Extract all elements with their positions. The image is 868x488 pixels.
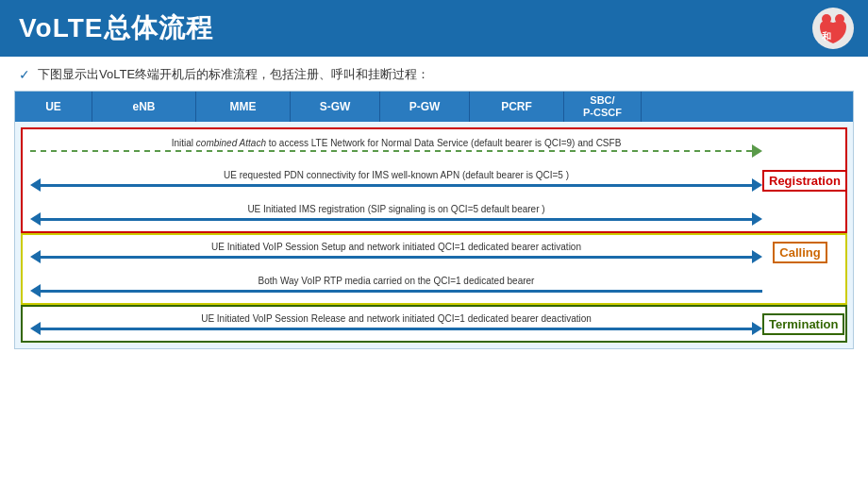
arrow-container-release: UE Initiated VoIP Session Release and ne…: [30, 311, 762, 336]
subtitle-text: 下图显示出VoLTE终端开机后的标准流程，包括注册、呼叫和挂断过程：: [38, 66, 429, 83]
arrow-container-rtp: Both Way VoIP RTP media carried on the Q…: [30, 274, 762, 298]
arrow-row-pdn: UE requested PDN connectivity for IMS we…: [23, 163, 845, 197]
termination-section: UE Initiated VoIP Session Release and ne…: [21, 305, 847, 343]
subtitle-bar: ✓ 下图显示出VoLTE终端开机后的标准流程，包括注册、呼叫和挂断过程：: [0, 57, 868, 91]
col-header-ue: UE: [15, 92, 92, 122]
column-headers-row: UE eNB MME S-GW P-GW PCRF SBC/P-CSCF: [15, 92, 853, 122]
arrow-container-attach: Initial combined Attach to access LTE Ne…: [30, 134, 762, 159]
header: VoLTE总体流程 和: [0, 0, 868, 57]
col-header-sgw: S-GW: [291, 92, 380, 122]
diagram-area: UE eNB MME S-GW P-GW PCRF SBC/P-CSCF Ini…: [14, 91, 854, 349]
calling-label: Calling: [773, 242, 826, 263]
checkmark-icon: ✓: [19, 67, 30, 82]
termination-label-container: Termination: [762, 315, 838, 332]
arrow-row-ims: UE Initiated IMS registration (SIP signa…: [23, 197, 845, 231]
arrow-row-voip-setup: UE Initiated VoIP Session Setup and netw…: [23, 235, 845, 269]
calling-section: UE Initiated VoIP Session Setup and netw…: [21, 233, 847, 305]
col-header-mme: MME: [196, 92, 291, 122]
arrow-row-release: UE Initiated VoIP Session Release and ne…: [23, 307, 845, 341]
col-header-enb: eNB: [92, 92, 196, 122]
arrow-row-rtp: Both Way VoIP RTP media carried on the Q…: [23, 269, 845, 303]
registration-section: Initial combined Attach to access LTE Ne…: [21, 127, 847, 233]
calling-label-container: Calling: [762, 244, 838, 261]
page-title: VoLTE总体流程: [19, 10, 213, 46]
col-header-pcrf: PCRF: [470, 92, 564, 122]
logo-icon: 和: [812, 8, 854, 49]
arrow-container-voip-setup: UE Initiated VoIP Session Setup and netw…: [30, 240, 762, 264]
arrow-container-pdn: UE requested PDN connectivity for IMS we…: [30, 168, 762, 193]
arrow-row-attach: Initial combined Attach to access LTE Ne…: [23, 129, 845, 163]
termination-label: Termination: [762, 313, 844, 335]
col-header-sbc: SBC/P-CSCF: [564, 92, 642, 122]
svg-text:和: 和: [821, 31, 831, 42]
col-header-pgw: P-GW: [380, 92, 470, 122]
arrow-container-ims: UE Initiated IMS registration (SIP signa…: [30, 202, 762, 227]
registration-label-container: Registration: [762, 172, 838, 189]
registration-label: Registration: [762, 170, 847, 192]
